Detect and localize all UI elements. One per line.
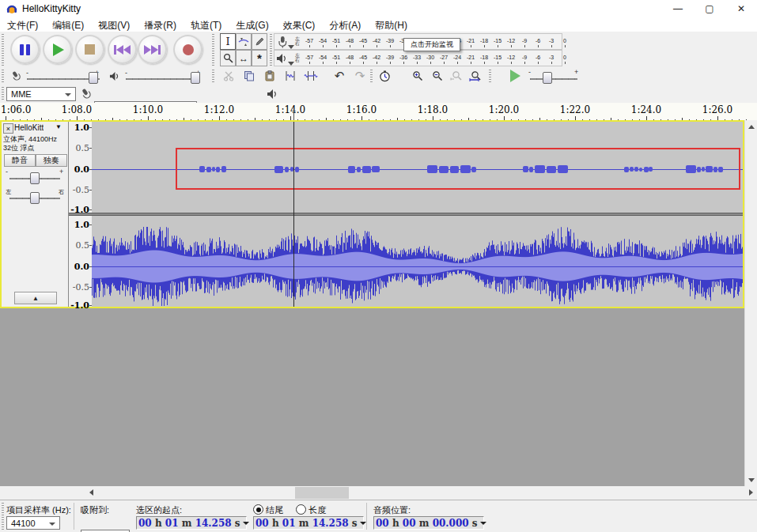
meter-dropdown-icon[interactable] [288,45,294,49]
silence-selection-button[interactable] [302,68,320,84]
playback-volume-slider[interactable] [126,78,200,80]
scroll-right-button[interactable] [744,486,757,499]
ruler-label: 0.0 [74,164,89,175]
length-radio[interactable] [296,504,306,515]
track-control-panel[interactable]: × HelloKitt ▼ 立体声, 44100Hz 32位 浮点 静音 独奏 … [2,122,69,307]
meter-dropdown-icon[interactable] [288,62,294,66]
zoom-tool-button[interactable] [220,50,236,66]
timeshift-tool-button[interactable]: ↔ [236,50,252,66]
audio-clip-blob [206,167,211,172]
playback-speed-thumb[interactable] [543,72,552,84]
toolbar-grip[interactable] [2,70,4,84]
mute-button[interactable]: 静音 [4,154,36,167]
toolbar-grip[interactable] [2,34,4,66]
toolbar-grip[interactable] [489,70,491,84]
scroll-up-button[interactable] [745,120,757,133]
timebox-dropdown-icon[interactable] [360,522,366,528]
meter-scale-tick [524,62,525,64]
meter-scale-tick [323,45,324,47]
horizontal-scroll-thumb[interactable] [295,487,349,499]
meter-scale-number: -33 [413,55,421,60]
play-button[interactable] [43,35,72,64]
paste-button[interactable] [261,68,278,84]
maximize-button[interactable]: ▢ [694,0,725,17]
fit-project-button[interactable] [467,68,484,84]
undo-button[interactable]: ↶ [331,68,348,84]
meter-scale-number: -48 [346,55,354,60]
copy-button[interactable] [240,68,258,84]
pan-slider-thumb[interactable] [30,192,40,204]
track-close-button[interactable]: × [3,123,13,134]
scroll-left-button[interactable] [85,486,97,499]
record-button[interactable] [173,35,202,64]
redo-button[interactable]: ↷ [351,68,369,84]
playback-speed-slider[interactable] [530,78,577,80]
selection-start-label: 选区的起点: [136,504,182,516]
end-radio[interactable] [253,504,263,515]
envelope-tool-button[interactable] [236,33,252,50]
toolbar-grip[interactable] [270,34,272,66]
audio-clip-blob [295,167,299,172]
device-toolbar: MME 麦克风 (VIA HD Audio(W 2 (立体声) 录制 扬声器 (… [0,85,757,104]
toolbar-grip[interactable] [212,70,214,84]
audacity-window: HelloKittyKitty — ▢ ✕ 文件(F)编辑(E)视图(V)播录(… [0,0,757,532]
draw-tool-button[interactable] [252,33,267,50]
fit-selection-button[interactable] [448,68,465,84]
selection-end-timebox[interactable]: 00 h 01 m 14.258 s [253,516,364,530]
skip-to-end-button[interactable] [138,35,167,64]
playback-meter[interactable]: 左 右 -57-54-51-48-45-42-39-36-33-30-27-24… [274,50,562,66]
zoom-out-button[interactable] [429,68,446,84]
solo-button[interactable]: 独奏 [36,154,67,167]
play-at-speed-button[interactable] [506,68,524,84]
gain-slider-thumb[interactable] [30,172,40,184]
track-menu-dropdown-icon[interactable]: ▼ [55,123,62,130]
audio-clip-blob [649,167,653,172]
selection-start-timebox[interactable]: 00 h 01 m 14.258 s [136,516,247,530]
recording-volume-thumb[interactable] [89,72,98,84]
meter-scale-tick [309,62,310,64]
scroll-down-button[interactable] [745,474,757,486]
timer-record-button[interactable] [376,68,393,84]
toolbar-grip[interactable] [212,34,214,66]
app-logo-icon [6,3,17,14]
audio-clip-blob [535,165,545,173]
audio-position-timebox[interactable]: 00 h 00 m 00.000 s [373,516,484,530]
meter-scale-tick [430,62,431,64]
timeline-ruler[interactable]: 1:06.01:08.01:10.01:12.01:14.01:16.01:18… [0,103,757,121]
meter-channel-labels: 左 右 [295,36,300,46]
cut-button[interactable] [220,68,237,84]
track-area[interactable]: × HelloKitt ▼ 立体声, 44100Hz 32位 浮点 静音 独奏 … [0,120,757,486]
skip-to-start-button[interactable] [108,35,137,64]
waveform-display[interactable] [92,122,743,307]
title-bar: HelloKittyKitty — ▢ ✕ [0,0,757,17]
audio-host-select[interactable]: MME [6,87,76,101]
minimize-button[interactable]: — [662,0,694,17]
playback-volume-thumb[interactable] [191,72,200,84]
monitoring-tooltip[interactable]: 点击开始监视 [403,38,460,51]
zoom-in-button[interactable] [409,68,426,84]
toolbar-grip[interactable] [2,503,4,530]
meter-scale-number: -30 [426,55,434,60]
meter-scale-number: -21 [467,55,475,60]
trim-outside-selection-button[interactable] [282,68,299,84]
audio-track[interactable]: × HelloKitt ▼ 立体声, 44100Hz 32位 浮点 静音 独奏 … [0,120,744,308]
toolbar-grip[interactable] [370,70,373,84]
meter-scale-number: -6 [536,55,540,60]
timebox-dropdown-icon[interactable] [243,522,249,528]
waveform-channel-right[interactable] [92,216,743,307]
multi-tool-button[interactable]: * [252,50,267,66]
track-name[interactable]: HelloKitt [14,123,44,132]
close-button[interactable]: ✕ [725,0,757,17]
pause-button[interactable] [10,35,40,64]
audio-position-value: 00 h 00 m 00.000 s [376,518,478,529]
selection-tool-button[interactable]: I [220,33,236,50]
toolbar-grip[interactable] [2,87,4,101]
collapse-track-button[interactable]: ▲ [14,292,57,304]
clock-icon [379,70,391,82]
timebox-dropdown-icon[interactable] [480,522,486,528]
vertical-scrollbar[interactable] [744,120,757,486]
horizontal-scrollbar[interactable] [78,486,757,500]
project-rate-select[interactable]: 44100 [6,516,60,530]
waveform-channel-left[interactable] [92,122,743,213]
stop-button[interactable] [75,35,104,64]
